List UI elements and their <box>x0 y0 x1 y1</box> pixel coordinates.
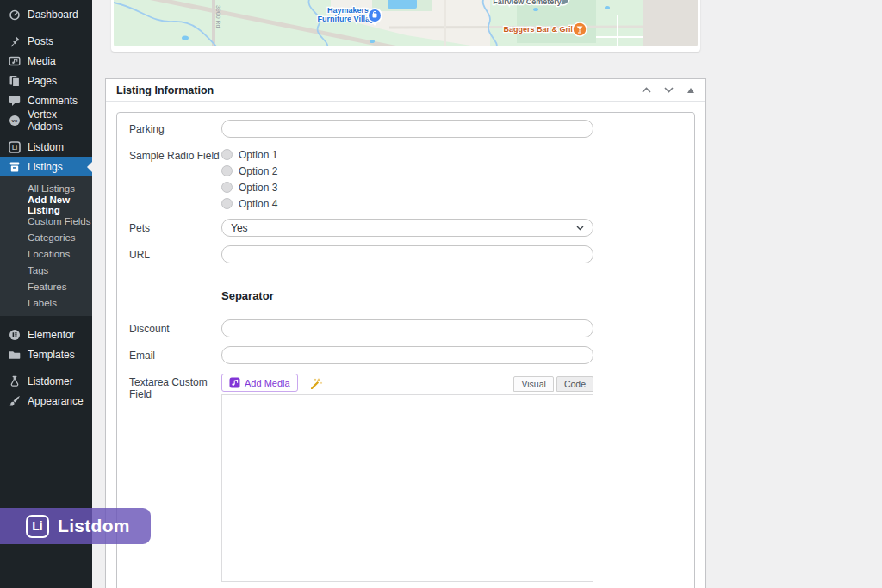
pushpin-icon <box>9 35 21 47</box>
sidebar-item-listdomer[interactable]: Listdomer <box>0 371 92 391</box>
elementor-icon <box>9 329 21 341</box>
field-row-email: Email <box>129 346 682 364</box>
paintbrush-icon <box>9 395 21 407</box>
radio-option-3[interactable]: Option 3 <box>221 179 593 195</box>
radio-button-icon[interactable] <box>221 149 233 160</box>
move-up-icon[interactable] <box>638 83 654 98</box>
move-down-icon[interactable] <box>661 83 676 98</box>
tab-visual[interactable]: Visual <box>513 376 553 392</box>
vertex-addons-icon: vo <box>9 115 21 127</box>
listdomer-icon <box>9 375 21 387</box>
svg-text:Li: Li <box>12 145 17 151</box>
radio-button-icon[interactable] <box>221 198 233 209</box>
pets-select[interactable]: Yes <box>221 219 593 237</box>
parking-input[interactable] <box>221 120 593 138</box>
sidebar-item-posts[interactable]: Posts <box>0 31 92 51</box>
tab-code[interactable]: Code <box>556 376 593 392</box>
listing-map-card: 3900 Rd Fairview Cemetery Haymakers Furn… <box>111 0 700 52</box>
discount-label: Discount <box>129 319 221 337</box>
map-canvas[interactable]: 3900 Rd Fairview Cemetery Haymakers Furn… <box>114 0 698 46</box>
radio-option-1[interactable]: Option 1 <box>221 146 593 163</box>
field-row-pets: Pets Yes <box>129 219 682 237</box>
sidebar-item-pages[interactable]: Pages <box>0 71 92 90</box>
toggle-panel-icon[interactable] <box>683 83 699 98</box>
radio-option-4[interactable]: Option 4 <box>221 195 593 212</box>
panel-title: Listing Information <box>116 84 638 96</box>
textarea-label: Textarea Custom Field <box>129 373 221 585</box>
url-label: URL <box>129 245 221 263</box>
pages-icon <box>9 75 21 87</box>
listings-icon <box>9 161 21 173</box>
radio-option-2[interactable]: Option 2 <box>221 163 593 179</box>
submenu-categories[interactable]: Categories <box>0 229 92 245</box>
field-row-discount: Discount <box>129 319 682 337</box>
sidebar-item-templates[interactable]: Templates <box>0 344 92 364</box>
separator-heading: Separator <box>221 289 274 302</box>
media-icon <box>9 55 21 67</box>
dashboard-icon <box>9 9 21 21</box>
submenu-custom-fields[interactable]: Custom Fields <box>0 213 92 229</box>
field-row-parking: Parking <box>129 120 682 138</box>
svg-text:Haymakers: Haymakers <box>327 6 369 15</box>
svg-text:vo: vo <box>11 118 17 123</box>
map-poi-fairview-cemetery: Fairview Cemetery <box>493 0 569 6</box>
listings-submenu: All Listings Add New Listing Custom Fiel… <box>0 176 92 316</box>
chevron-down-icon <box>576 226 584 231</box>
sidebar-item-appearance[interactable]: Appearance <box>0 391 92 411</box>
listdom-brand-badge: Li Listdom <box>0 508 151 544</box>
field-row-sample-radio: Sample Radio Field Option 1 Option 2 <box>129 146 682 212</box>
listing-information-panel: Listing Information Parking <box>105 78 706 588</box>
svg-text:Fairview Cemetery: Fairview Cemetery <box>493 0 562 6</box>
url-input[interactable] <box>221 245 593 263</box>
pets-label: Pets <box>129 219 221 237</box>
separator-row: Separator <box>129 272 682 319</box>
editor-mode-tabs: Visual Code <box>513 376 593 392</box>
textarea-custom-field-editor[interactable] <box>221 394 593 582</box>
field-row-textarea: Textarea Custom Field Add Media <box>129 373 682 585</box>
radio-button-icon[interactable] <box>221 182 233 193</box>
sidebar-item-dashboard[interactable]: Dashboard <box>0 4 92 24</box>
ai-magic-wand-icon[interactable] <box>308 376 323 390</box>
comment-icon <box>9 95 21 107</box>
map-poi-haymakers: Haymakers Furniture Village <box>318 6 382 26</box>
map-road-label: 3900 Rd <box>215 5 221 28</box>
email-input[interactable] <box>221 346 593 364</box>
svg-text:Baggers Bar & Grill: Baggers Bar & Grill <box>503 25 575 34</box>
pets-selected-value: Yes <box>231 222 248 234</box>
media-button-icon <box>229 377 240 388</box>
field-row-url: URL <box>129 245 682 263</box>
submenu-add-new-listing[interactable]: Add New Listing <box>0 196 92 213</box>
email-label: Email <box>129 346 221 364</box>
add-media-button[interactable]: Add Media <box>221 374 298 392</box>
submenu-locations[interactable]: Locations <box>0 245 92 262</box>
sidebar-item-vertex-addons[interactable]: vo Vertex Addons <box>0 110 92 130</box>
sidebar-item-listdom[interactable]: Li Listdom <box>0 137 92 157</box>
sample-radio-label: Sample Radio Field <box>129 146 221 212</box>
editor-toolbar: Add Media Visual Code <box>221 373 593 392</box>
sidebar-item-elementor[interactable]: Elementor <box>0 325 92 344</box>
listdom-li-icon: Li <box>9 141 21 153</box>
sidebar-item-listings[interactable]: Listings <box>0 157 92 176</box>
folder-icon <box>9 349 21 361</box>
custom-fields-form: Parking Sample Radio Field Option 1 Opti… <box>116 112 695 588</box>
panel-header[interactable]: Listing Information <box>106 79 705 102</box>
radio-button-icon[interactable] <box>221 165 233 176</box>
submenu-tags[interactable]: Tags <box>0 262 92 278</box>
parking-label: Parking <box>129 120 221 138</box>
wordpress-admin-screen: Dashboard Posts Media Pages <box>0 0 882 588</box>
listdom-brand-name: Listdom <box>58 516 130 536</box>
admin-sidebar: Dashboard Posts Media Pages <box>0 0 92 588</box>
submenu-features[interactable]: Features <box>0 278 92 294</box>
sidebar-item-media[interactable]: Media <box>0 51 92 71</box>
submenu-labels[interactable]: Labels <box>0 294 92 311</box>
discount-input[interactable] <box>221 319 593 337</box>
listdom-logo-icon: Li <box>26 515 49 538</box>
